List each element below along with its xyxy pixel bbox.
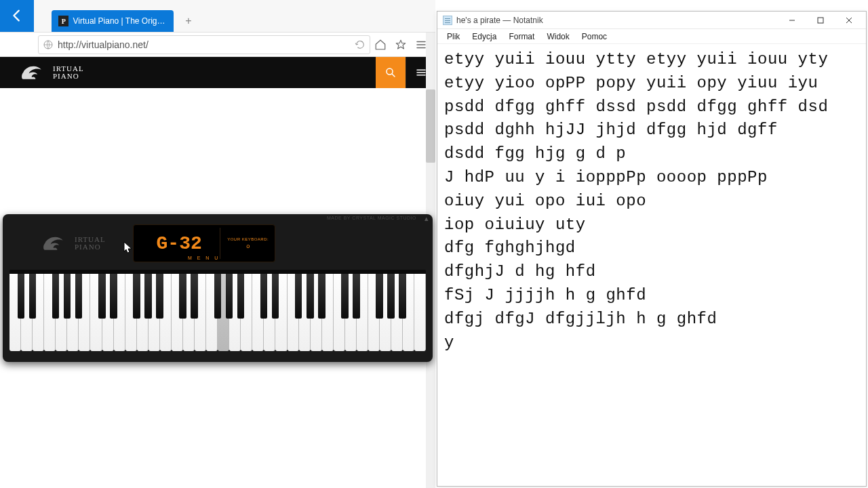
black-key[interactable] — [376, 274, 383, 319]
close-icon — [846, 17, 852, 24]
black-key[interactable] — [75, 274, 83, 319]
black-key[interactable] — [318, 274, 326, 319]
maximize-icon — [817, 17, 824, 24]
globe-icon — [43, 39, 54, 50]
logo-line2: PIANO — [53, 73, 84, 80]
reload-icon[interactable] — [355, 39, 366, 50]
notepad-menu-item[interactable]: Format — [503, 30, 540, 43]
star-icon — [395, 39, 407, 51]
black-key[interactable] — [226, 274, 233, 319]
browser-tabbar: P Virtual Piano | The Origin... + — [0, 0, 435, 33]
lcd-keyboard-key: o — [227, 243, 269, 249]
piano-logo: IRTUAL PIANO — [42, 232, 106, 255]
site-logo[interactable]: IRTUAL PIANO — [20, 61, 84, 84]
browser-tab[interactable]: P Virtual Piano | The Origin... — [52, 10, 174, 32]
window-close-button[interactable] — [835, 14, 863, 27]
logo-swirl-icon — [20, 61, 49, 84]
notepad-menu-item[interactable]: Plik — [441, 30, 465, 43]
black-key[interactable] — [353, 274, 360, 319]
notepad-menu-item[interactable]: Widok — [541, 30, 574, 43]
site-header: IRTUAL PIANO — [0, 57, 435, 88]
black-key[interactable] — [272, 274, 279, 319]
browser-window: P Virtual Piano | The Origin... + — [0, 0, 435, 488]
black-key[interactable] — [387, 274, 395, 319]
page-blank-area — [0, 88, 435, 214]
black-key[interactable] — [307, 274, 314, 319]
tab-title: Virtual Piano | The Origin... — [73, 16, 167, 26]
url-input[interactable] — [58, 39, 352, 50]
notepad-menubar: PlikEdycjaFormatWidokPomoc — [437, 29, 866, 44]
black-key[interactable] — [237, 274, 245, 319]
arrow-left-icon — [9, 8, 24, 23]
site-favicon: P — [58, 16, 68, 26]
black-key[interactable] — [260, 274, 268, 319]
url-field-wrap[interactable] — [38, 35, 370, 54]
hamburger-icon — [415, 66, 427, 79]
notepad-title: he's a pirate — Notatnik — [456, 16, 778, 25]
black-key[interactable] — [133, 274, 140, 319]
logo-swirl-icon — [42, 232, 71, 255]
black-key[interactable] — [399, 274, 406, 319]
black-key[interactable] — [52, 274, 60, 319]
lcd-menu-label[interactable]: M E N U — [188, 256, 220, 260]
piano-keyboard — [9, 270, 426, 351]
search-icon — [384, 66, 397, 79]
piano-credit: MADE BY CRYSTAL MAGIC STUDIO — [327, 216, 416, 220]
window-minimize-button[interactable] — [778, 14, 806, 27]
new-tab-button[interactable]: + — [180, 13, 197, 29]
minimize-icon — [789, 17, 795, 24]
black-key[interactable] — [110, 274, 117, 319]
logo-text: IRTUAL PIANO — [53, 65, 84, 80]
back-button[interactable] — [0, 0, 34, 32]
black-key[interactable] — [98, 274, 106, 319]
black-key[interactable] — [144, 274, 152, 319]
address-bar — [0, 33, 435, 57]
notepad-text-area[interactable]: etyy yuii iouu ytty etyy yuii iouu yty e… — [437, 44, 866, 359]
notepad-menu-item[interactable]: Pomoc — [576, 30, 612, 43]
black-key[interactable] — [179, 274, 186, 319]
browser-scrollbar-thumb[interactable] — [426, 89, 435, 163]
notepad-app-icon — [443, 16, 452, 25]
home-button[interactable] — [370, 35, 391, 55]
black-key[interactable] — [214, 274, 222, 319]
black-key[interactable] — [295, 274, 302, 319]
black-key[interactable] — [64, 274, 71, 319]
lcd-current-note: G-32 — [157, 233, 202, 254]
home-icon — [374, 39, 387, 51]
window-maximize-button[interactable] — [806, 14, 835, 27]
svg-rect-2 — [818, 18, 823, 23]
black-key[interactable] — [29, 274, 37, 319]
notepad-titlebar[interactable]: he's a pirate — Notatnik — [437, 12, 866, 29]
black-key[interactable] — [191, 274, 198, 319]
notepad-menu-item[interactable]: Edycja — [467, 30, 502, 43]
lcd-your-keyboard-label: YOUR KEYBOARD: — [227, 237, 269, 241]
svg-point-1 — [387, 68, 393, 75]
black-key[interactable] — [156, 274, 163, 319]
site-search-button[interactable] — [376, 57, 406, 88]
piano-logo-text: IRTUAL PIANO — [75, 236, 106, 251]
black-key[interactable] — [341, 274, 349, 319]
notepad-window: he's a pirate — Notatnik PlikEdycjaForma… — [437, 11, 867, 487]
black-key[interactable] — [18, 274, 25, 319]
bookmark-button[interactable] — [391, 35, 411, 55]
virtual-piano: MADE BY CRYSTAL MAGIC STUDIO ▴ IRTUAL PI… — [3, 214, 433, 362]
piano-lcd[interactable]: G-32 YOUR KEYBOARD: o M E N U — [133, 224, 275, 262]
